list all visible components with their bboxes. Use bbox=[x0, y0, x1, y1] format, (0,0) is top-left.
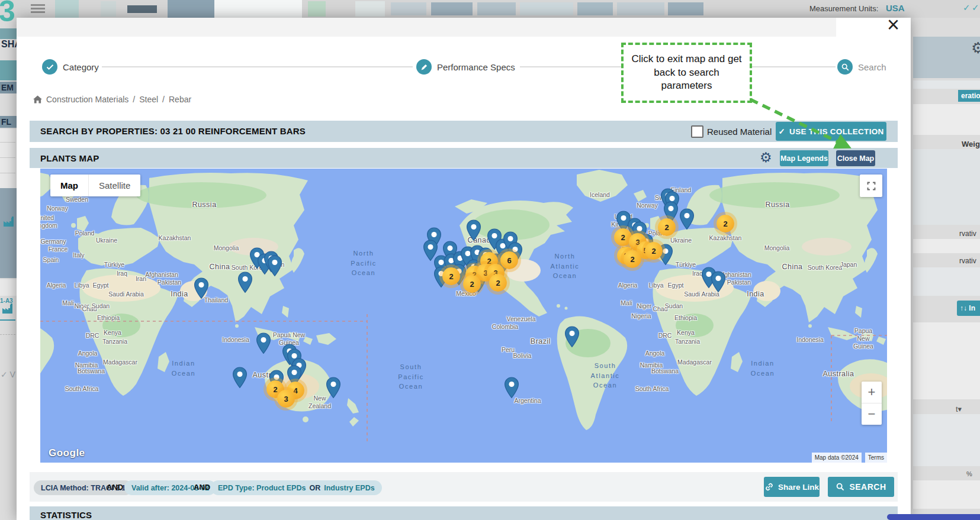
decor-block bbox=[0, 279, 17, 296]
step-category-icon[interactable] bbox=[42, 59, 57, 75]
cluster-marker[interactable]: 2 bbox=[645, 242, 663, 260]
decor-block bbox=[913, 239, 980, 253]
breadcrumb-item[interactable]: Steel bbox=[139, 95, 158, 104]
zoom-in-button[interactable]: + bbox=[862, 382, 882, 403]
fullscreen-icon bbox=[866, 181, 876, 191]
close-icon[interactable]: × bbox=[887, 14, 899, 35]
country-label: Botswana bbox=[78, 367, 105, 375]
decor-block bbox=[617, 2, 664, 15]
zoom-out-button[interactable]: − bbox=[862, 403, 882, 425]
breadcrumb-item[interactable]: Construction Materials bbox=[46, 95, 128, 104]
filter-or: OR bbox=[309, 484, 320, 492]
cluster-marker[interactable]: 2 bbox=[716, 215, 734, 232]
zoom-control: + − bbox=[862, 382, 882, 425]
step-performance-icon[interactable] bbox=[416, 59, 432, 75]
ocean-label: North Pacific Ocean bbox=[351, 248, 377, 278]
country-label: Italy bbox=[73, 251, 84, 259]
decor-block bbox=[101, 1, 116, 17]
step-search-icon[interactable] bbox=[837, 59, 853, 75]
fullscreen-button[interactable] bbox=[860, 175, 882, 197]
decor-block bbox=[577, 2, 613, 15]
measurement-units-value[interactable]: USA bbox=[886, 3, 905, 13]
filter-chip-epd-type[interactable]: EPD Type: Product EPDs OR Industry EPDs bbox=[211, 480, 382, 495]
cluster-marker[interactable]: 2 bbox=[442, 267, 460, 285]
country-label: Tanzania bbox=[102, 338, 127, 345]
hamburger-menu-icon[interactable] bbox=[30, 2, 46, 15]
step-category-label[interactable]: Category bbox=[63, 62, 99, 72]
country-label: Indonesia bbox=[222, 336, 249, 344]
country-label: Kenya bbox=[677, 329, 695, 337]
plant-pin[interactable] bbox=[564, 326, 580, 350]
home-icon[interactable] bbox=[33, 95, 42, 104]
country-label: Madagascar bbox=[677, 358, 712, 366]
country-label: Russia bbox=[192, 201, 216, 210]
plant-pin[interactable] bbox=[237, 272, 253, 296]
decor-block bbox=[913, 80, 980, 89]
country-label: Mali bbox=[62, 299, 73, 307]
decor-block bbox=[0, 60, 17, 80]
step-search-label[interactable]: Search bbox=[858, 62, 886, 72]
statistics-title: STATISTICS bbox=[40, 510, 92, 520]
country-label: Sudan bbox=[665, 302, 683, 310]
cluster-marker[interactable]: 6 bbox=[500, 251, 518, 269]
toolbar-check-icon[interactable]: ✓ bbox=[972, 2, 978, 13]
cluster-marker[interactable]: 2 bbox=[489, 274, 507, 292]
plant-pin[interactable] bbox=[326, 377, 341, 401]
terms-link[interactable]: Terms bbox=[865, 453, 887, 463]
decor-block bbox=[55, 0, 79, 18]
country-label: Iceland bbox=[590, 191, 610, 199]
plant-pin[interactable] bbox=[711, 271, 726, 295]
share-link-button[interactable]: Share Link bbox=[764, 477, 820, 497]
step-performance-label[interactable]: Performance Specs bbox=[437, 62, 515, 72]
plant-pin[interactable] bbox=[504, 377, 519, 401]
decor-block bbox=[0, 129, 17, 188]
country-label: Indonesia bbox=[796, 336, 824, 344]
cluster-marker[interactable]: 2 bbox=[624, 250, 641, 268]
map-type-map-button[interactable]: Map bbox=[50, 175, 89, 196]
decor-block bbox=[520, 2, 573, 15]
cluster-marker[interactable]: 3 bbox=[277, 390, 295, 408]
page: 3 Measurement Units: USA ✓ ✓ SHA EM FL 1… bbox=[0, 0, 980, 520]
use-this-collection-label: USE THIS COLLECTION bbox=[789, 127, 883, 136]
filter-and: AND bbox=[194, 483, 210, 492]
reused-material-checkbox[interactable] bbox=[691, 125, 703, 138]
factory-icon bbox=[1, 303, 14, 316]
country-label: Sudan bbox=[92, 302, 110, 310]
plant-pin[interactable] bbox=[194, 277, 209, 302]
ocean-label: Indian Ocean bbox=[172, 358, 195, 378]
close-map-button[interactable]: Close Map bbox=[836, 150, 875, 166]
plant-pin[interactable] bbox=[232, 367, 248, 391]
bg-gear-icon[interactable]: ⚙ bbox=[971, 39, 980, 57]
plant-pin[interactable] bbox=[256, 332, 271, 357]
decor-block bbox=[668, 2, 703, 15]
search-button[interactable]: SEARCH bbox=[828, 477, 894, 497]
ec3-logo[interactable]: 3 bbox=[0, 0, 15, 28]
map-canvas[interactable]: Map Satellite + − Google Map data ©2024 … bbox=[40, 169, 887, 463]
world-map-graphic bbox=[40, 169, 887, 463]
country-label: Bolivia bbox=[513, 352, 532, 360]
map-settings-gear-icon[interactable]: ⚙ bbox=[760, 150, 772, 166]
country-label: Brazil bbox=[531, 337, 551, 347]
annotation-callout: Click to exit map and get back to search… bbox=[621, 43, 752, 103]
decor-block bbox=[168, 0, 215, 18]
country-label: Japan bbox=[840, 261, 857, 269]
plant-pin[interactable] bbox=[466, 219, 481, 244]
use-this-collection-button[interactable]: ✓ USE THIS COLLECTION bbox=[776, 122, 886, 141]
breadcrumb-item[interactable]: Rebar bbox=[169, 95, 191, 104]
map-legends-button[interactable]: Map Legends bbox=[780, 150, 828, 166]
plant-pin[interactable] bbox=[267, 255, 282, 279]
country-label: Ukraine bbox=[670, 237, 692, 244]
map-type-satellite-button[interactable]: Satellite bbox=[89, 175, 140, 196]
toolbar-check-icon[interactable]: ✓ bbox=[963, 2, 969, 13]
country-label: Türkiye bbox=[676, 261, 696, 269]
google-logo[interactable]: Google bbox=[49, 447, 85, 459]
decor-block bbox=[431, 2, 473, 15]
cluster-marker[interactable]: 2 bbox=[463, 275, 481, 293]
pencil-icon bbox=[420, 63, 428, 71]
plant-pin[interactable] bbox=[679, 208, 695, 232]
cluster-marker[interactable]: 2 bbox=[658, 218, 676, 236]
country-label: Venezuela bbox=[506, 315, 535, 323]
country-label: Botswana bbox=[651, 367, 679, 375]
bg-right-sort[interactable]: ↑↓ In bbox=[957, 301, 980, 316]
bg-left-em: EM bbox=[1, 83, 14, 92]
